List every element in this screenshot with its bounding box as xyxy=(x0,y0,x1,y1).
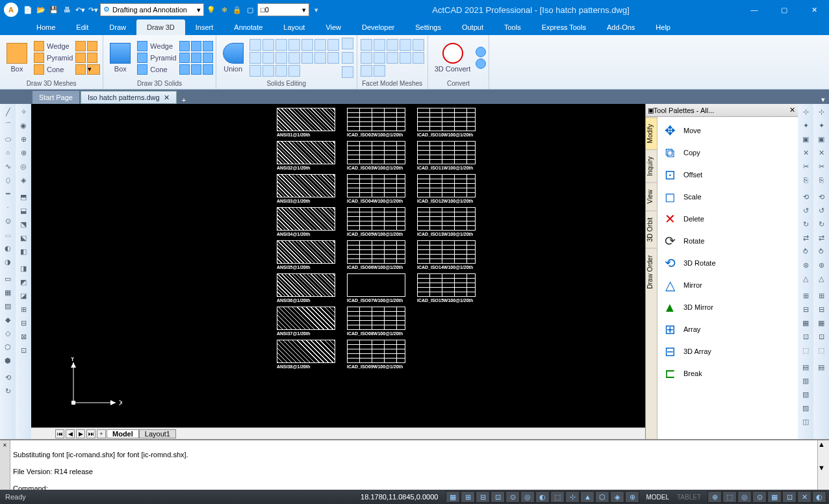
menu-tools[interactable]: Tools xyxy=(494,19,531,35)
toolbar-icon[interactable]: ⬒ xyxy=(17,190,30,203)
toolbar-icon[interactable]: ⊡ xyxy=(17,344,30,357)
toolbar-icon[interactable]: ⊡ xyxy=(815,330,828,343)
toolbar-icon[interactable]: ▦ xyxy=(815,316,828,329)
toolbar-icon[interactable]: ⊠ xyxy=(17,330,30,343)
palette-item-rotate[interactable]: ⟳Rotate xyxy=(660,230,795,252)
tool-icon[interactable] xyxy=(262,65,274,77)
palette-tab-inquiry[interactable]: Inquiry xyxy=(646,149,657,183)
palette-item-offset[interactable]: ⊡Offset xyxy=(660,164,795,186)
box-mesh-button[interactable]: Box xyxy=(3,42,31,74)
solid-icon[interactable] xyxy=(191,64,201,75)
print-icon[interactable]: 🖶 xyxy=(61,4,73,16)
toolbar-icon[interactable]: ⬡ xyxy=(1,340,14,353)
tool-icon[interactable] xyxy=(400,39,411,51)
palette-item-copy[interactable]: ⧉Copy xyxy=(660,142,795,164)
box-solid-button[interactable]: Box xyxy=(106,42,134,74)
tool-icon[interactable] xyxy=(374,65,385,77)
pyramid-solid-button[interactable]: Pyramid xyxy=(136,53,177,63)
status-tablet[interactable]: TABLET xyxy=(673,494,705,501)
toolbar-icon[interactable]: ⥁ xyxy=(799,245,812,258)
toolbar-icon[interactable]: ▨ xyxy=(799,401,812,414)
toolbar-icon[interactable]: ⇄ xyxy=(799,231,812,244)
start-page-tab[interactable]: Start Page xyxy=(32,91,79,104)
solid-icon[interactable] xyxy=(203,53,213,63)
status-toggle-icon[interactable]: ⊹ xyxy=(565,491,580,503)
solid-icon[interactable] xyxy=(191,41,201,51)
prev-tab-icon[interactable]: ◀ xyxy=(66,429,75,438)
status-toggle-icon[interactable]: ⊞ xyxy=(461,491,475,503)
palette-item-delete[interactable]: ✕Delete xyxy=(660,208,795,230)
active-doc-tab[interactable]: Iso hatch patterns.dwg✕ xyxy=(81,91,177,104)
toolbar-icon[interactable]: ▥ xyxy=(799,374,812,387)
menu-developer[interactable]: Developer xyxy=(351,19,405,35)
toolbar-icon[interactable]: ⟲ xyxy=(815,190,828,203)
status-toggle-icon[interactable]: ◎ xyxy=(520,491,535,503)
mesh-icon[interactable] xyxy=(75,41,86,51)
menu-help[interactable]: Help xyxy=(645,19,681,35)
convert-icon[interactable] xyxy=(476,58,486,69)
toolbar-icon[interactable]: ⬓ xyxy=(17,204,30,217)
new-icon[interactable]: 📄 xyxy=(22,4,34,16)
solid-icon[interactable] xyxy=(179,53,190,63)
toolbar-icon[interactable]: ⊹ xyxy=(799,105,812,118)
tool-icon[interactable] xyxy=(413,52,424,64)
toolbar-icon[interactable]: ⌓ xyxy=(1,228,14,241)
status-toggle-icon[interactable]: ⊕ xyxy=(708,491,722,503)
toolbar-icon[interactable]: △ xyxy=(815,272,828,285)
status-toggle-icon[interactable]: ⊟ xyxy=(476,491,490,503)
add-tab-button[interactable]: + xyxy=(178,96,190,104)
open-icon[interactable]: 📂 xyxy=(35,4,47,16)
toolbar-icon[interactable]: ⬚ xyxy=(815,344,828,357)
status-toggle-icon[interactable]: ✕ xyxy=(797,491,811,503)
menu-home[interactable]: Home xyxy=(26,19,66,35)
toolbar-icon[interactable]: ◫ xyxy=(799,415,812,428)
toolbar-icon[interactable]: ⊛ xyxy=(799,258,812,271)
toolbar-icon[interactable]: ◈ xyxy=(17,173,30,186)
mesh-icon[interactable]: ▾ xyxy=(87,64,100,75)
tabs-menu-icon[interactable]: ▾ xyxy=(821,95,825,104)
toolbar-icon[interactable]: ⊛ xyxy=(815,258,828,271)
model-tab[interactable]: Model xyxy=(107,429,139,438)
palette-tab-modify[interactable]: Modify xyxy=(646,117,657,149)
tool-icon[interactable] xyxy=(275,52,287,64)
toolbar-icon[interactable]: ━ xyxy=(1,187,14,200)
toolbar-icon[interactable]: ↻ xyxy=(815,218,828,231)
tool-icon[interactable] xyxy=(413,39,424,51)
toolbar-icon[interactable]: ⊟ xyxy=(17,316,30,329)
toolbar-icon[interactable]: ⟲ xyxy=(1,371,14,384)
toolbar-icon[interactable]: ▣ xyxy=(815,132,828,145)
menu-draw-3d[interactable]: Draw 3D xyxy=(136,19,185,35)
status-toggle-icon[interactable]: ◐ xyxy=(535,491,550,503)
save-icon[interactable]: 💾 xyxy=(48,4,60,16)
layer-dropdown[interactable]: □ 0▾ xyxy=(257,3,309,16)
toolbar-icon[interactable]: ▦ xyxy=(1,286,14,299)
menu-express-tools[interactable]: Express Tools xyxy=(531,19,596,35)
status-toggle-icon[interactable]: ▦ xyxy=(767,491,782,503)
toolbar-icon[interactable]: ⊟ xyxy=(799,303,812,316)
status-toggle-icon[interactable]: ⊙ xyxy=(752,491,767,503)
solid-icon[interactable] xyxy=(203,64,213,75)
menu-layout[interactable]: Layout xyxy=(273,19,315,35)
tool-icon[interactable] xyxy=(275,39,287,51)
palette-tab-3d-orbit[interactable]: 3D Orbit xyxy=(646,210,657,248)
toolbar-icon[interactable]: ◧ xyxy=(17,245,30,258)
maximize-button[interactable]: ▢ xyxy=(769,0,799,19)
toolbar-icon[interactable]: ▨ xyxy=(1,299,14,312)
status-toggle-icon[interactable]: ◐ xyxy=(812,491,826,503)
toolbar-icon[interactable]: ⇄ xyxy=(815,231,828,244)
status-toggle-icon[interactable]: ⊕ xyxy=(625,491,639,503)
tool-icon[interactable] xyxy=(288,52,300,64)
toolbar-icon[interactable]: ↻ xyxy=(799,218,812,231)
toolbar-icon[interactable]: ⥁ xyxy=(815,245,828,258)
menu-insert[interactable]: Insert xyxy=(185,19,224,35)
palette-item-mirror[interactable]: △Mirror xyxy=(660,274,795,296)
mesh-icon[interactable] xyxy=(87,53,97,63)
tool-icon[interactable] xyxy=(314,52,326,64)
tool-icon[interactable] xyxy=(275,65,287,77)
tool-icon[interactable] xyxy=(288,65,300,77)
palette-item-move[interactable]: ✥Move xyxy=(660,120,795,142)
tool-icon[interactable] xyxy=(288,39,300,51)
toolbar-icon[interactable]: ⊞ xyxy=(17,303,30,316)
close-tab-icon[interactable]: ✕ xyxy=(164,94,170,102)
toolbar-icon[interactable]: ⎘ xyxy=(799,173,812,186)
